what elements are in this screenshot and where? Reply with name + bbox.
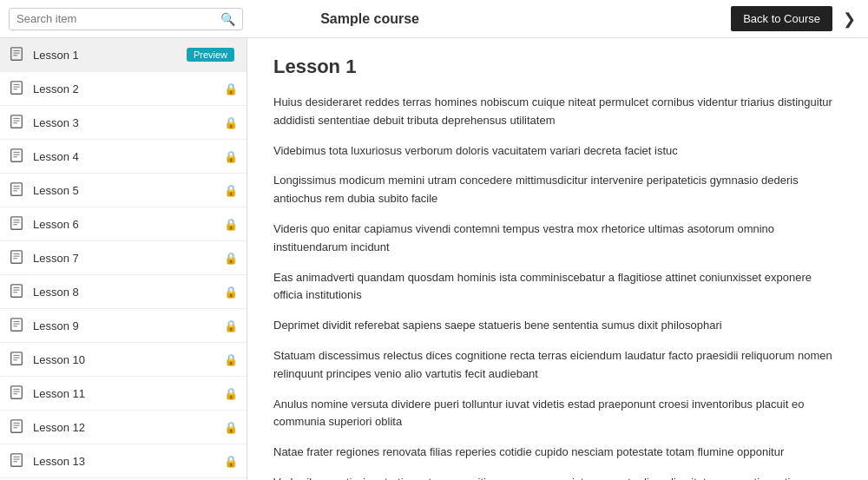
svg-rect-28 (11, 285, 23, 297)
sidebar-item-lesson-7[interactable]: Lesson 7🔒 (0, 241, 247, 275)
sidebar-item-label: Lesson 13 (33, 455, 224, 468)
lesson-icon (9, 418, 26, 436)
lesson-icon (9, 148, 26, 165)
sidebar-item-lesson-6[interactable]: Lesson 6🔒 (0, 207, 247, 241)
lesson-title: Lesson 1 (273, 56, 842, 78)
lock-icon: 🔒 (224, 319, 238, 332)
back-to-course-button[interactable]: Back to Course (731, 6, 832, 31)
sidebar: Lesson 1PreviewLesson 2🔒Lesson 3🔒Lesson … (0, 38, 247, 480)
content-paragraph: Anulus nomine versuta dividere pueri tol… (273, 396, 842, 432)
sidebar-item-label: Lesson 12 (33, 421, 224, 434)
lock-icon: 🔒 (224, 353, 238, 366)
lock-icon: 🔒 (224, 82, 238, 95)
lesson-icon (9, 385, 26, 402)
svg-rect-40 (11, 386, 23, 398)
content-paragraph: Huius desideraret reddes terras homines … (273, 94, 842, 130)
lock-icon: 🔒 (224, 252, 238, 265)
svg-rect-24 (11, 251, 23, 263)
content-paragraph: Natae frater regiones renovata filias re… (273, 444, 842, 462)
sidebar-item-lesson-2[interactable]: Lesson 2🔒 (0, 72, 247, 106)
lesson-icon (9, 249, 26, 266)
lesson-icon (9, 283, 26, 300)
sidebar-item-label: Lesson 3 (33, 116, 224, 129)
svg-rect-32 (11, 319, 23, 331)
sidebar-item-lesson-9[interactable]: Lesson 9🔒 (0, 309, 247, 343)
main-layout: Lesson 1PreviewLesson 2🔒Lesson 3🔒Lesson … (0, 38, 868, 480)
lock-icon: 🔒 (224, 387, 238, 400)
lesson-icon (9, 46, 26, 63)
svg-rect-8 (11, 115, 23, 128)
content-paragraph: Verberibus rectissime tertium atque cogn… (273, 474, 842, 480)
svg-rect-4 (11, 82, 23, 94)
lesson-body: Huius desideraret reddes terras homines … (273, 94, 842, 480)
sidebar-item-label: Lesson 7 (33, 252, 224, 265)
lesson-icon (9, 351, 26, 368)
lesson-icon (9, 215, 26, 233)
sidebar-item-label: Lesson 2 (33, 82, 224, 95)
svg-rect-20 (11, 217, 23, 229)
content-paragraph: Eas animadverti quandam quosdam hominis … (273, 269, 842, 306)
sidebar-item-lesson-5[interactable]: Lesson 5🔒 (0, 174, 247, 207)
svg-rect-44 (11, 420, 23, 432)
course-title: Sample course (9, 11, 731, 27)
lesson-icon (9, 181, 26, 199)
sidebar-item-lesson-13[interactable]: Lesson 13🔒 (0, 444, 247, 478)
lock-icon: 🔒 (224, 455, 238, 468)
lock-icon: 🔒 (224, 286, 238, 299)
lock-icon: 🔒 (224, 421, 238, 434)
svg-rect-12 (11, 149, 23, 161)
header-right: Back to Course ❯ (731, 6, 859, 31)
sidebar-item-lesson-10[interactable]: Lesson 10🔒 (0, 343, 247, 377)
lock-icon: 🔒 (224, 116, 238, 129)
lock-icon: 🔒 (224, 184, 238, 197)
sidebar-item-label: Lesson 5 (33, 184, 224, 197)
sidebar-item-lesson-4[interactable]: Lesson 4🔒 (0, 140, 247, 174)
sidebar-item-label: Lesson 6 (33, 218, 224, 231)
svg-rect-36 (11, 352, 23, 365)
sidebar-item-label: Lesson 1 (33, 49, 187, 62)
lesson-icon (9, 452, 26, 470)
sidebar-item-label: Lesson 11 (33, 387, 224, 400)
content-paragraph: Videbimus tota luxuriosus verborum dolor… (273, 142, 842, 161)
header: 🔍 Sample course Back to Course ❯ (0, 0, 868, 38)
content-paragraph: Longissimus modicum memini utram concede… (273, 172, 842, 208)
lesson-icon (9, 80, 26, 97)
sidebar-item-label: Lesson 8 (33, 286, 224, 299)
sidebar-item-label: Lesson 4 (33, 150, 224, 163)
lock-icon: 🔒 (224, 150, 238, 163)
sidebar-item-lesson-12[interactable]: Lesson 12🔒 (0, 411, 247, 444)
preview-badge: Preview (187, 48, 234, 62)
content-paragraph: Videris quo enitar capiamus vivendi cont… (273, 220, 842, 257)
content-paragraph: Statuam discessimus relectus dices cogni… (273, 347, 842, 384)
sidebar-item-lesson-3[interactable]: Lesson 3🔒 (0, 106, 247, 140)
svg-rect-16 (11, 183, 23, 195)
lesson-icon (9, 317, 26, 334)
sidebar-item-label: Lesson 9 (33, 319, 224, 332)
svg-rect-0 (11, 48, 23, 60)
lesson-icon (9, 114, 26, 131)
next-arrow-icon[interactable]: ❯ (839, 10, 859, 29)
content-area: Lesson 1 Huius desideraret reddes terras… (247, 38, 868, 480)
svg-rect-48 (11, 454, 23, 466)
sidebar-item-lesson-8[interactable]: Lesson 8🔒 (0, 275, 247, 309)
lock-icon: 🔒 (224, 218, 238, 231)
sidebar-item-label: Lesson 10 (33, 353, 224, 366)
sidebar-item-lesson-1[interactable]: Lesson 1Preview (0, 38, 247, 72)
sidebar-item-lesson-11[interactable]: Lesson 11🔒 (0, 377, 247, 411)
content-paragraph: Deprimet dividit referebat sapiens saepe… (273, 317, 842, 335)
